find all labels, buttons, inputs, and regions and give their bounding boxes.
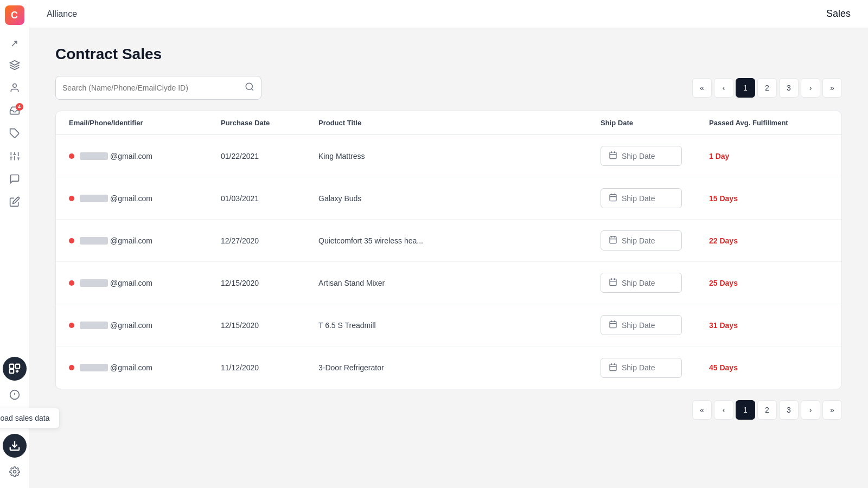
svg-marker-0	[10, 60, 19, 65]
pagination-bottom-page-3[interactable]: 3	[779, 400, 799, 420]
redacted-block	[80, 237, 108, 245]
user-icon	[9, 82, 20, 96]
table-row: @gmail.com 11/12/2020 3-Door Refrigerato…	[56, 346, 841, 389]
pagination-bottom-page-1[interactable]: 1	[736, 400, 755, 420]
topbar: Alliance Sales	[29, 0, 868, 28]
pagination-bottom-prev-button[interactable]: ‹	[714, 400, 733, 420]
col-product-title: Product Title	[318, 119, 601, 127]
ship-date-label: Ship Date	[622, 194, 655, 203]
email-suffix: @gmail.com	[110, 363, 152, 372]
fulfillment-cell: 31 Days	[709, 321, 828, 330]
svg-point-1	[12, 84, 16, 87]
search-input[interactable]	[62, 84, 245, 92]
ship-date-label: Ship Date	[622, 236, 655, 245]
fab-add-button[interactable]	[3, 357, 27, 381]
sidebar-item-settings[interactable]	[5, 463, 24, 483]
table-body: @gmail.com 01/22/2021 King Mattress Ship…	[56, 135, 841, 389]
pagination-prev-button[interactable]: ‹	[714, 78, 733, 98]
sidebar-item-sliders[interactable]	[5, 147, 24, 167]
ship-date-button[interactable]: Ship Date	[601, 315, 682, 335]
email-redacted: @gmail.com	[80, 194, 152, 203]
pagination-page-1[interactable]: 1	[736, 78, 755, 98]
app-logo[interactable]: C	[5, 5, 24, 25]
ship-date-button[interactable]: Ship Date	[601, 358, 682, 378]
pagination-last-button[interactable]: »	[822, 78, 842, 98]
email-suffix: @gmail.com	[110, 152, 152, 160]
ship-date-button[interactable]: Ship Date	[601, 146, 682, 166]
purchase-date-cell: 01/03/2021	[221, 194, 318, 203]
redacted-block	[80, 322, 108, 329]
status-dot	[69, 153, 74, 159]
pagination-bottom-first-button[interactable]: «	[692, 400, 712, 420]
sidebar-item-trending[interactable]: ↗	[5, 34, 24, 53]
svg-rect-46	[610, 364, 616, 370]
ship-date-button[interactable]: Ship Date	[601, 188, 682, 208]
calendar-icon	[609, 320, 617, 330]
email-cell: @gmail.com	[69, 194, 221, 203]
pagination-page-3[interactable]: 3	[779, 78, 799, 98]
product-title-cell: King Mattress	[318, 152, 601, 160]
email-suffix: @gmail.com	[110, 194, 152, 203]
sidebar-item-edit[interactable]	[5, 193, 24, 213]
purchase-date-cell: 01/22/2021	[221, 152, 318, 160]
trending-up-icon: ↗	[10, 37, 18, 49]
pagination-bottom: « ‹ 1 2 3 › »	[692, 400, 842, 420]
email-redacted: @gmail.com	[80, 321, 152, 330]
pagination-bottom-last-button[interactable]: »	[822, 400, 842, 420]
table-row: @gmail.com 12/15/2020 Artisan Stand Mixe…	[56, 262, 841, 304]
sidebar-item-info[interactable]	[5, 386, 24, 406]
col-purchase-date: Purchase Date	[221, 119, 318, 127]
sidebar-item-inbox[interactable]: 4	[5, 102, 24, 121]
pagination-first-button[interactable]: «	[692, 78, 712, 98]
email-cell: @gmail.com	[69, 363, 221, 372]
status-dot	[69, 196, 74, 201]
status-dot	[69, 280, 74, 286]
calendar-icon	[609, 235, 617, 246]
search-box[interactable]	[55, 76, 261, 100]
col-ship-date: Ship Date	[601, 119, 709, 127]
sidebar-item-chat[interactable]	[5, 170, 24, 190]
redacted-block	[80, 152, 108, 160]
svg-point-23	[13, 470, 16, 473]
sidebar-item-tags[interactable]	[5, 125, 24, 144]
sidebar-item-layers[interactable]	[5, 56, 24, 76]
email-suffix: @gmail.com	[110, 321, 152, 330]
pagination-bottom-page-2[interactable]: 2	[757, 400, 777, 420]
purchase-date-cell: 12/27/2020	[221, 236, 318, 245]
table-row: @gmail.com 01/22/2021 King Mattress Ship…	[56, 135, 841, 177]
fulfillment-cell: 15 Days	[709, 194, 828, 203]
sidebar-item-users[interactable]	[5, 79, 24, 99]
email-suffix: @gmail.com	[110, 279, 152, 287]
ship-date-cell: Ship Date	[601, 230, 709, 251]
purchase-date-cell: 12/15/2020	[221, 321, 318, 330]
pagination-next-button[interactable]: ›	[801, 78, 820, 98]
ship-date-button[interactable]: Ship Date	[601, 273, 682, 293]
redacted-block	[80, 364, 108, 371]
ship-date-label: Ship Date	[622, 279, 655, 287]
product-title-cell: 3-Door Refrigerator	[318, 363, 601, 372]
inbox-badge: 4	[16, 103, 23, 111]
ship-date-cell: Ship Date	[601, 315, 709, 335]
table-row: @gmail.com 01/03/2021 Galaxy Buds Ship D…	[56, 177, 841, 220]
main-content: Alliance Sales Contract Sales « ‹ 1 2 3 …	[29, 0, 868, 488]
email-suffix: @gmail.com	[110, 236, 152, 245]
fulfillment-cell: 1 Day	[709, 152, 828, 160]
calendar-icon	[609, 363, 617, 373]
pagination-bottom-next-button[interactable]: ›	[801, 400, 820, 420]
email-cell: @gmail.com	[69, 279, 221, 287]
email-cell: @gmail.com	[69, 236, 221, 245]
product-title-cell: Galaxy Buds	[318, 194, 601, 203]
download-button[interactable]	[3, 434, 27, 458]
nav-label: Alliance	[47, 9, 77, 19]
sidebar: C ↗ 4	[0, 0, 29, 488]
status-dot	[69, 365, 74, 370]
ship-date-label: Ship Date	[622, 321, 655, 330]
svg-point-24	[246, 83, 252, 89]
edit-icon	[9, 196, 20, 210]
svg-line-25	[251, 88, 253, 90]
toolbar: « ‹ 1 2 3 › »	[55, 76, 842, 100]
fulfillment-cell: 22 Days	[709, 236, 828, 245]
pagination-page-2[interactable]: 2	[757, 78, 777, 98]
ship-date-button[interactable]: Ship Date	[601, 230, 682, 251]
email-cell: @gmail.com	[69, 152, 221, 160]
